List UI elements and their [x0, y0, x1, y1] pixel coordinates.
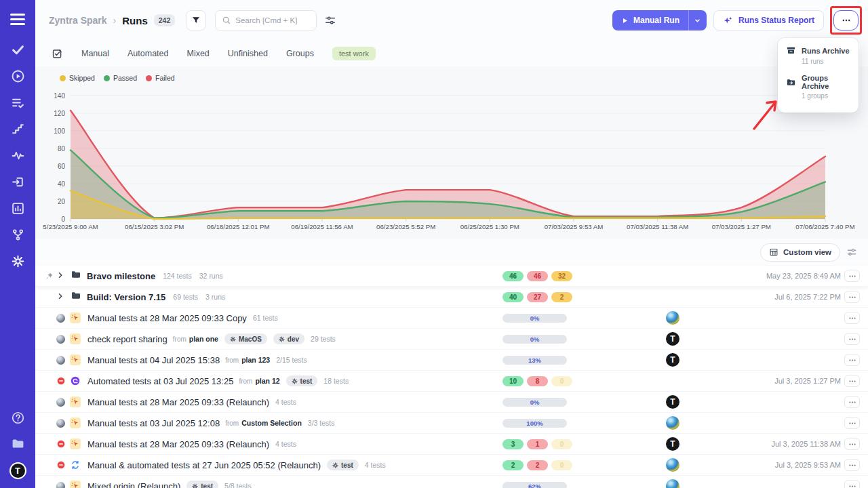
row-menu-button[interactable]	[844, 396, 860, 408]
expand-chevron-icon[interactable]	[56, 270, 71, 282]
help-icon[interactable]	[11, 411, 25, 425]
run-row[interactable]: Manual tests at 28 Mar 2025 09:33 (Relau…	[35, 434, 868, 455]
view-toolbar: Custom view	[35, 239, 868, 266]
plan-name[interactable]: plan 123	[241, 356, 270, 364]
group-row[interactable]: Build: Version 7.1569 tests3 runs40272Ju…	[35, 287, 868, 308]
result-counts: 1080	[502, 376, 572, 386]
tab-automated[interactable]: Automated	[127, 49, 168, 58]
run-row[interactable]: Mixed origin (Relaunch)test5/8 tests62%	[35, 476, 868, 488]
run-title[interactable]: check report sharing	[87, 334, 167, 344]
avatar[interactable]: T	[666, 332, 679, 346]
from-label: from	[225, 420, 239, 427]
manual-run-type-icon	[70, 312, 81, 323]
group-title[interactable]: Bravo milestone	[87, 271, 155, 281]
run-row[interactable]: Manual tests at 28 Mar 2025 09:33 Copy61…	[35, 308, 868, 329]
manual-run-dropdown-button[interactable]	[688, 10, 707, 30]
sidebar-nav	[11, 43, 25, 268]
expand-chevron-icon[interactable]	[56, 291, 71, 303]
edit-tabs-icon[interactable]	[52, 48, 63, 60]
row-menu-button[interactable]	[844, 375, 860, 387]
custom-view-button[interactable]: Custom view	[760, 243, 840, 262]
gear-icon[interactable]	[11, 254, 25, 268]
run-row[interactable]: Manual tests at 28 Mar 2025 09:33 (Relau…	[35, 392, 868, 413]
list-check-icon[interactable]	[11, 96, 25, 110]
plan-name[interactable]: Custom Selection	[241, 419, 302, 427]
menu-item-groups-archive[interactable]: Groups Archive1 groups	[786, 74, 850, 100]
check-icon[interactable]	[11, 43, 25, 57]
avatar[interactable]: T	[666, 395, 679, 409]
run-title[interactable]: Mixed origin (Relaunch)	[87, 481, 180, 488]
progress-bar: 0%	[502, 314, 567, 323]
avatar[interactable]	[666, 458, 679, 472]
group-title[interactable]: Build: Version 7.15	[87, 292, 165, 302]
run-row[interactable]: Manual tests at 04 Jul 2025 15:38frompla…	[35, 350, 868, 371]
automated-run-type-icon	[70, 375, 81, 386]
row-menu-button[interactable]	[844, 480, 860, 488]
run-title[interactable]: Manual tests at 03 Jul 2025 12:08	[87, 418, 220, 428]
folder-icon[interactable]	[11, 436, 25, 451]
run-title[interactable]: Manual tests at 28 Mar 2025 09:33 Copy	[87, 313, 247, 323]
tab-groups[interactable]: Groups	[286, 49, 314, 58]
run-title[interactable]: Manual & automated tests at 27 Jun 2025 …	[87, 460, 321, 470]
row-menu-button[interactable]	[844, 270, 860, 282]
tab-mixed[interactable]: Mixed	[186, 49, 209, 58]
group-row[interactable]: Bravo milestone124 tests32 runs464632May…	[35, 266, 868, 287]
avatar[interactable]: T	[666, 437, 679, 451]
manual-run-button[interactable]: Manual Run	[612, 10, 688, 30]
plan-name[interactable]: plan 12	[255, 377, 279, 385]
filter-button[interactable]	[186, 10, 206, 30]
run-row[interactable]: Manual tests at 03 Jul 2025 12:08fromCus…	[35, 413, 868, 434]
avatar[interactable]: T	[666, 353, 679, 367]
group-folder-icon	[71, 269, 85, 283]
run-title[interactable]: Manual tests at 28 Mar 2025 09:33 (Relau…	[87, 439, 269, 449]
search-input[interactable]	[235, 16, 310, 24]
run-title[interactable]: Automated tests at 03 Jul 2025 13:25	[87, 376, 233, 386]
row-menu-button[interactable]	[844, 459, 860, 471]
row-menu-button[interactable]	[844, 417, 860, 429]
pulse-icon[interactable]	[11, 148, 25, 163]
run-date: Jul 3, 2025 9:53 AM	[775, 461, 841, 469]
group-folder-icon	[71, 290, 85, 304]
avatar[interactable]	[666, 311, 679, 325]
breadcrumb-project[interactable]: Zyntra Spark	[49, 15, 107, 26]
row-menu-button[interactable]	[844, 291, 860, 303]
bar-chart-icon[interactable]	[11, 201, 25, 216]
avatar[interactable]	[666, 479, 679, 488]
run-date: May 23, 2025 8:49 AM	[766, 272, 841, 280]
workspace-logo[interactable]: T	[9, 462, 26, 479]
plan-name[interactable]: plan one	[189, 335, 218, 343]
play-circle-icon[interactable]	[11, 69, 25, 83]
runs-status-report-button[interactable]: Runs Status Report	[713, 10, 824, 30]
filter-sliders-icon[interactable]	[324, 14, 336, 26]
run-row[interactable]: check report sharingfromplan oneMacOSdev…	[35, 329, 868, 350]
tests-count: 18 tests	[323, 377, 349, 385]
more-actions-button[interactable]	[833, 10, 859, 30]
branch-icon[interactable]	[11, 228, 25, 242]
row-menu-button[interactable]	[844, 438, 860, 450]
menu-item-runs-archive[interactable]: Runs Archive11 runs	[786, 45, 850, 65]
row-menu-button[interactable]	[844, 312, 860, 324]
archive-menu: Runs Archive11 runsGroups Archive1 group…	[778, 38, 859, 113]
tag-test-work[interactable]: test work	[332, 47, 376, 60]
public-globe-icon	[56, 482, 70, 488]
progress-label: 13%	[502, 356, 567, 365]
run-row[interactable]: Manual & automated tests at 27 Jun 2025 …	[35, 455, 868, 476]
row-menu-button[interactable]	[844, 333, 860, 345]
run-date: Jul 3, 2025 1:27 PM	[774, 377, 841, 385]
search-box[interactable]	[215, 10, 317, 30]
menu-toggle-icon[interactable]	[10, 11, 25, 28]
tab-unfinished[interactable]: Unfinished	[228, 49, 268, 58]
run-row[interactable]: Automated tests at 03 Jul 2025 13:25from…	[35, 371, 868, 392]
view-settings-icon[interactable]	[846, 247, 857, 258]
tests-count: 4 tests	[275, 398, 296, 406]
tab-manual[interactable]: Manual	[81, 49, 109, 58]
run-title[interactable]: Manual tests at 04 Jul 2025 15:38	[87, 355, 220, 365]
stairs-icon[interactable]	[11, 122, 25, 136]
avatar[interactable]	[666, 416, 679, 430]
row-menu-button[interactable]	[844, 354, 860, 366]
run-date: Jul 3, 2025 11:38 AM	[771, 440, 841, 448]
tests-count: 4 tests	[275, 440, 296, 448]
run-title[interactable]: Manual tests at 28 Mar 2025 09:33 (Relau…	[87, 397, 269, 407]
pin-slot	[45, 313, 56, 323]
import-icon[interactable]	[11, 175, 25, 189]
